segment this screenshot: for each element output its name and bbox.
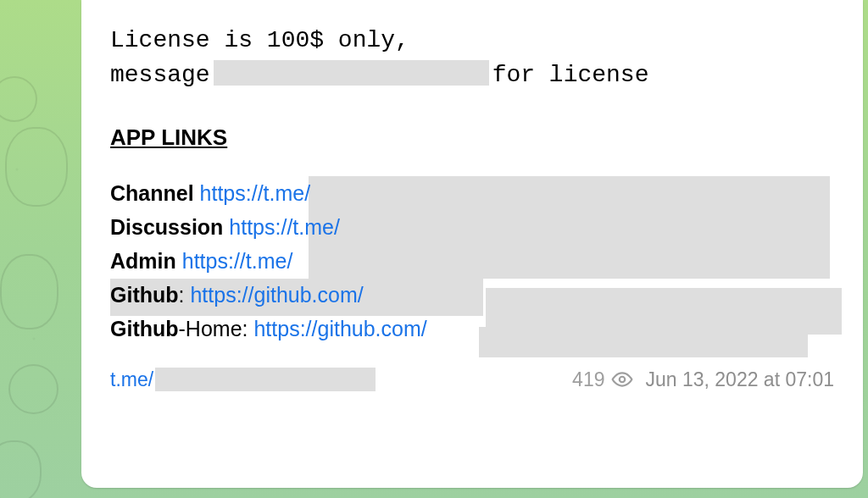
link-row-admin: Admin https://t.me/	[110, 244, 834, 278]
footer-source: t.me/	[110, 368, 376, 391]
footer-source-link[interactable]: t.me/	[110, 368, 153, 391]
svg-point-0	[620, 377, 626, 383]
redacted-contact	[214, 60, 489, 86]
redacted-footer-source	[155, 368, 376, 391]
license-line-2-suffix: for license	[492, 62, 649, 88]
link-label-discussion: Discussion	[110, 215, 223, 239]
link-url-channel[interactable]: https://t.me/	[200, 181, 311, 205]
link-label-github-home-rest: -Home:	[179, 317, 254, 340]
license-text: License is 100$ only, messagefor license	[110, 24, 834, 92]
link-row-channel: Channel https://t.me/	[110, 176, 834, 210]
footer-timestamp: Jun 13, 2022 at 07:01	[645, 368, 834, 391]
license-line-2-prefix: message	[110, 62, 210, 88]
link-row-discussion: Discussion https://t.me/	[110, 210, 834, 244]
app-links-block: Channel https://t.me/ Discussion https:/…	[110, 176, 834, 352]
section-title-app-links: APP LINKS	[110, 125, 834, 151]
link-row-github: Github: https://github.com/	[110, 278, 834, 312]
link-url-admin[interactable]: https://t.me/	[182, 249, 293, 273]
footer-views: 419	[572, 368, 633, 391]
footer-views-count: 419	[572, 368, 604, 391]
link-url-github[interactable]: https://github.com/	[190, 283, 363, 307]
license-line-2: messagefor license	[110, 58, 834, 93]
license-line-1: License is 100$ only,	[110, 24, 834, 58]
link-label-github: Github	[110, 283, 179, 307]
message-footer: t.me/ 419 Jun 13, 2022 at 07:01	[110, 368, 834, 391]
eye-icon	[611, 368, 633, 390]
link-url-discussion[interactable]: https://t.me/	[229, 215, 340, 239]
link-label-github-home-bold: Github	[110, 317, 179, 340]
link-row-github-home: Github-Home: https://github.com/	[110, 312, 834, 346]
message-bubble: License is 100$ only, messagefor license…	[81, 0, 863, 488]
link-label-channel: Channel	[110, 181, 194, 205]
link-url-github-home[interactable]: https://github.com/	[253, 317, 426, 340]
link-label-admin: Admin	[110, 249, 176, 273]
